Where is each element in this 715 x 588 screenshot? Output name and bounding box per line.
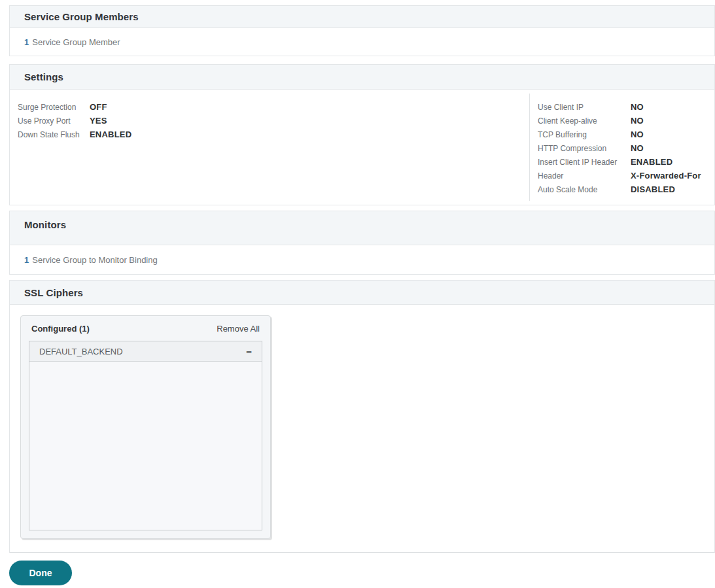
setting-down-state-flush: Down State Flush ENABLED: [18, 128, 529, 141]
setting-value: DISABLED: [631, 184, 675, 194]
setting-label: Surge Protection: [18, 103, 90, 112]
configured-ciphers-header: Configured (1) Remove All: [21, 316, 270, 341]
setting-surge-protection: Surge Protection OFF: [18, 100, 529, 114]
setting-insert-client-ip-header: Insert Client IP Header ENABLED: [538, 155, 714, 169]
configured-count-label: Configured (1): [31, 324, 90, 334]
setting-tcp-buffering: TCP Buffering NO: [538, 128, 714, 141]
setting-value: YES: [90, 116, 107, 126]
cipher-name: DEFAULT_BACKEND: [39, 347, 123, 356]
section-ssl-ciphers: SSL Ciphers Configured (1) Remove All DE…: [9, 280, 715, 553]
setting-value: NO: [631, 116, 644, 126]
setting-value: ENABLED: [90, 130, 131, 139]
section-header-ssl-ciphers: SSL Ciphers: [10, 281, 714, 305]
section-header-service-group-members: Service Group Members: [10, 6, 714, 28]
setting-label: Client Keep-alive: [538, 116, 631, 126]
setting-label: Use Proxy Port: [18, 116, 90, 126]
binding-count: 1: [24, 37, 29, 47]
settings-column-left: Surge Protection OFF Use Proxy Port YES …: [10, 94, 529, 201]
section-title: Settings: [24, 71, 63, 82]
setting-value: ENABLED: [631, 157, 672, 167]
setting-label: HTTP Compression: [538, 144, 631, 153]
setting-label: Use Client IP: [538, 103, 631, 112]
configured-ciphers-list: DEFAULT_BACKEND −: [29, 341, 262, 530]
setting-http-compression: HTTP Compression NO: [538, 141, 714, 155]
setting-label: Auto Scale Mode: [538, 185, 631, 194]
service-group-details-page: Service Group Members 1 Service Group Me…: [0, 5, 715, 585]
section-header-monitors: Monitors: [10, 211, 714, 245]
done-button[interactable]: Done: [9, 561, 72, 585]
settings-body: Surge Protection OFF Use Proxy Port YES …: [10, 90, 714, 205]
setting-value: NO: [631, 102, 644, 112]
section-title: SSL Ciphers: [24, 287, 83, 298]
setting-value: OFF: [90, 102, 107, 112]
binding-label: Service Group to Monitor Binding: [32, 255, 157, 265]
setting-use-client-ip: Use Client IP NO: [538, 100, 714, 114]
section-service-group-members: Service Group Members 1 Service Group Me…: [9, 5, 715, 56]
setting-label: Header: [538, 171, 631, 181]
section-settings: Settings Surge Protection OFF Use Proxy …: [9, 64, 715, 205]
setting-use-proxy-port: Use Proxy Port YES: [18, 114, 529, 128]
service-group-member-binding-link[interactable]: 1 Service Group Member: [10, 28, 714, 56]
setting-value: X-Forwarded-For: [631, 171, 701, 181]
setting-auto-scale-mode: Auto Scale Mode DISABLED: [538, 182, 714, 196]
setting-value: NO: [631, 143, 644, 153]
remove-all-button[interactable]: Remove All: [217, 324, 260, 334]
binding-count: 1: [24, 255, 29, 265]
section-title: Service Group Members: [24, 11, 139, 22]
settings-column-right: Use Client IP NO Client Keep-alive NO TC…: [530, 94, 714, 201]
setting-value: NO: [631, 130, 644, 139]
setting-label: Insert Client IP Header: [538, 158, 631, 167]
setting-label: TCP Buffering: [538, 130, 631, 139]
setting-label: Down State Flush: [18, 130, 90, 139]
cipher-list-item: DEFAULT_BACKEND −: [29, 341, 262, 362]
monitor-binding-link[interactable]: 1 Service Group to Monitor Binding: [10, 245, 714, 274]
configured-ciphers-card: Configured (1) Remove All DEFAULT_BACKEN…: [20, 315, 271, 539]
binding-label: Service Group Member: [32, 37, 120, 47]
section-header-settings: Settings: [10, 65, 714, 90]
ssl-ciphers-body: Configured (1) Remove All DEFAULT_BACKEN…: [10, 305, 714, 552]
setting-client-keep-alive: Client Keep-alive NO: [538, 114, 714, 128]
setting-header: Header X-Forwarded-For: [538, 169, 714, 182]
minus-icon[interactable]: −: [246, 347, 252, 356]
section-monitors: Monitors 1 Service Group to Monitor Bind…: [9, 211, 715, 275]
section-title: Monitors: [24, 219, 66, 230]
